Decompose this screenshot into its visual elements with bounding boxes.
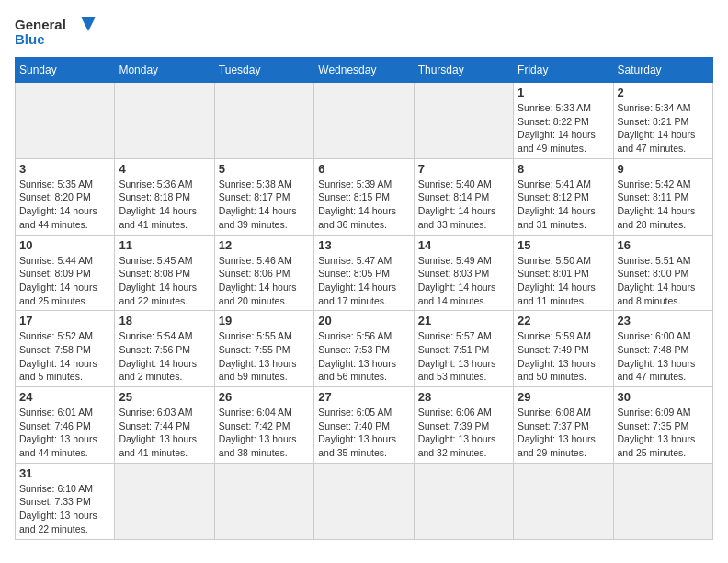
day-number: 9 xyxy=(618,162,709,176)
calendar-cell: 7Sunrise: 5:40 AM Sunset: 8:14 PM Daylig… xyxy=(414,158,513,235)
day-number: 21 xyxy=(418,314,509,327)
day-info: Sunrise: 6:06 AM Sunset: 7:39 PM Dayligh… xyxy=(418,406,509,460)
day-info: Sunrise: 5:34 AM Sunset: 8:21 PM Dayligh… xyxy=(618,101,709,155)
day-info: Sunrise: 5:52 AM Sunset: 7:58 PM Dayligh… xyxy=(19,329,110,384)
calendar-cell: 21Sunrise: 5:57 AM Sunset: 7:51 PM Dayli… xyxy=(414,311,513,387)
day-number: 7 xyxy=(418,162,509,176)
calendar-cell xyxy=(214,83,313,159)
day-info: Sunrise: 5:51 AM Sunset: 8:00 PM Dayligh… xyxy=(618,254,709,308)
calendar-cell: 10Sunrise: 5:44 AM Sunset: 8:09 PM Dayli… xyxy=(16,235,115,311)
calendar-cell: 20Sunrise: 5:56 AM Sunset: 7:53 PM Dayli… xyxy=(314,311,414,387)
calendar-cell: 8Sunrise: 5:41 AM Sunset: 8:12 PM Daylig… xyxy=(514,158,613,235)
day-number: 15 xyxy=(518,238,609,252)
day-info: Sunrise: 6:09 AM Sunset: 7:35 PM Dayligh… xyxy=(618,406,709,460)
calendar-cell xyxy=(613,463,712,539)
day-number: 17 xyxy=(19,314,110,327)
day-info: Sunrise: 6:05 AM Sunset: 7:40 PM Dayligh… xyxy=(318,406,409,460)
day-info: Sunrise: 6:10 AM Sunset: 7:33 PM Dayligh… xyxy=(19,482,110,536)
calendar-cell: 23Sunrise: 6:00 AM Sunset: 7:48 PM Dayli… xyxy=(613,311,712,387)
calendar-cell: 13Sunrise: 5:47 AM Sunset: 8:05 PM Dayli… xyxy=(314,235,414,311)
calendar-header-thursday: Thursday xyxy=(414,58,513,83)
day-info: Sunrise: 5:39 AM Sunset: 8:15 PM Dayligh… xyxy=(318,178,409,232)
calendar-cell xyxy=(115,463,214,539)
calendar-cell xyxy=(414,463,513,539)
calendar-cell: 29Sunrise: 6:08 AM Sunset: 7:37 PM Dayli… xyxy=(514,387,613,464)
day-info: Sunrise: 5:40 AM Sunset: 8:14 PM Dayligh… xyxy=(418,178,509,232)
page-header: GeneralBlue xyxy=(15,15,713,48)
day-number: 29 xyxy=(518,390,609,404)
calendar-cell xyxy=(514,463,613,539)
svg-text:Blue: Blue xyxy=(15,31,45,47)
calendar-header-row: SundayMondayTuesdayWednesdayThursdayFrid… xyxy=(16,58,713,83)
day-number: 26 xyxy=(219,390,310,404)
calendar-cell: 6Sunrise: 5:39 AM Sunset: 8:15 PM Daylig… xyxy=(314,158,414,235)
day-number: 30 xyxy=(618,390,709,404)
calendar-cell: 19Sunrise: 5:55 AM Sunset: 7:55 PM Dayli… xyxy=(214,311,313,387)
day-info: Sunrise: 5:41 AM Sunset: 8:12 PM Dayligh… xyxy=(518,178,609,232)
day-number: 20 xyxy=(318,314,409,327)
day-number: 14 xyxy=(418,238,509,252)
calendar-header-wednesday: Wednesday xyxy=(314,58,414,83)
calendar-cell: 24Sunrise: 6:01 AM Sunset: 7:46 PM Dayli… xyxy=(16,387,115,464)
calendar-cell: 16Sunrise: 5:51 AM Sunset: 8:00 PM Dayli… xyxy=(613,235,712,311)
day-info: Sunrise: 5:45 AM Sunset: 8:08 PM Dayligh… xyxy=(119,254,210,308)
day-number: 18 xyxy=(119,314,210,327)
calendar-cell: 4Sunrise: 5:36 AM Sunset: 8:18 PM Daylig… xyxy=(115,158,214,235)
calendar-cell xyxy=(16,83,115,159)
calendar-week-row: 24Sunrise: 6:01 AM Sunset: 7:46 PM Dayli… xyxy=(16,387,713,464)
day-number: 3 xyxy=(19,162,110,176)
day-info: Sunrise: 5:55 AM Sunset: 7:55 PM Dayligh… xyxy=(219,329,310,384)
day-number: 1 xyxy=(518,86,609,99)
day-info: Sunrise: 6:03 AM Sunset: 7:44 PM Dayligh… xyxy=(119,406,210,460)
calendar-cell: 11Sunrise: 5:45 AM Sunset: 8:08 PM Dayli… xyxy=(115,235,214,311)
calendar-week-row: 31Sunrise: 6:10 AM Sunset: 7:33 PM Dayli… xyxy=(16,463,713,539)
day-info: Sunrise: 5:47 AM Sunset: 8:05 PM Dayligh… xyxy=(318,254,409,308)
day-number: 28 xyxy=(418,390,509,404)
calendar-cell: 5Sunrise: 5:38 AM Sunset: 8:17 PM Daylig… xyxy=(214,158,313,235)
day-number: 4 xyxy=(119,162,210,176)
calendar-cell: 1Sunrise: 5:33 AM Sunset: 8:22 PM Daylig… xyxy=(514,83,613,159)
calendar-cell xyxy=(414,83,513,159)
day-info: Sunrise: 6:00 AM Sunset: 7:48 PM Dayligh… xyxy=(618,329,709,384)
day-info: Sunrise: 5:46 AM Sunset: 8:06 PM Dayligh… xyxy=(219,254,310,308)
calendar-cell: 12Sunrise: 5:46 AM Sunset: 8:06 PM Dayli… xyxy=(214,235,313,311)
calendar-week-row: 3Sunrise: 5:35 AM Sunset: 8:20 PM Daylig… xyxy=(16,158,713,235)
day-number: 6 xyxy=(318,162,409,176)
calendar-cell: 17Sunrise: 5:52 AM Sunset: 7:58 PM Dayli… xyxy=(16,311,115,387)
calendar-cell xyxy=(214,463,313,539)
day-info: Sunrise: 5:35 AM Sunset: 8:20 PM Dayligh… xyxy=(19,178,110,232)
calendar-cell: 28Sunrise: 6:06 AM Sunset: 7:39 PM Dayli… xyxy=(414,387,513,464)
day-number: 25 xyxy=(119,390,210,404)
day-info: Sunrise: 6:08 AM Sunset: 7:37 PM Dayligh… xyxy=(518,406,609,460)
day-number: 16 xyxy=(618,238,709,252)
calendar-cell: 30Sunrise: 6:09 AM Sunset: 7:35 PM Dayli… xyxy=(613,387,712,464)
day-info: Sunrise: 5:57 AM Sunset: 7:51 PM Dayligh… xyxy=(418,329,509,384)
day-info: Sunrise: 6:01 AM Sunset: 7:46 PM Dayligh… xyxy=(19,406,110,460)
day-number: 23 xyxy=(618,314,709,327)
calendar-cell: 22Sunrise: 5:59 AM Sunset: 7:49 PM Dayli… xyxy=(514,311,613,387)
calendar-cell: 26Sunrise: 6:04 AM Sunset: 7:42 PM Dayli… xyxy=(214,387,313,464)
calendar-header-sunday: Sunday xyxy=(16,58,115,83)
day-number: 2 xyxy=(618,86,709,99)
calendar-header-friday: Friday xyxy=(514,58,613,83)
day-info: Sunrise: 5:38 AM Sunset: 8:17 PM Dayligh… xyxy=(219,178,310,232)
day-number: 31 xyxy=(19,466,110,480)
calendar-week-row: 10Sunrise: 5:44 AM Sunset: 8:09 PM Dayli… xyxy=(16,235,713,311)
calendar-cell: 18Sunrise: 5:54 AM Sunset: 7:56 PM Dayli… xyxy=(115,311,214,387)
calendar-cell: 15Sunrise: 5:50 AM Sunset: 8:01 PM Dayli… xyxy=(514,235,613,311)
calendar-cell: 2Sunrise: 5:34 AM Sunset: 8:21 PM Daylig… xyxy=(613,83,712,159)
day-number: 12 xyxy=(219,238,310,252)
logo-svg: GeneralBlue xyxy=(15,15,97,48)
day-number: 19 xyxy=(219,314,310,327)
day-number: 24 xyxy=(19,390,110,404)
day-info: Sunrise: 5:56 AM Sunset: 7:53 PM Dayligh… xyxy=(318,329,409,384)
calendar-cell xyxy=(314,463,414,539)
day-info: Sunrise: 5:59 AM Sunset: 7:49 PM Dayligh… xyxy=(518,329,609,384)
calendar-week-row: 17Sunrise: 5:52 AM Sunset: 7:58 PM Dayli… xyxy=(16,311,713,387)
calendar-header-monday: Monday xyxy=(115,58,214,83)
day-info: Sunrise: 5:50 AM Sunset: 8:01 PM Dayligh… xyxy=(518,254,609,308)
day-number: 5 xyxy=(219,162,310,176)
day-info: Sunrise: 6:04 AM Sunset: 7:42 PM Dayligh… xyxy=(219,406,310,460)
day-number: 8 xyxy=(518,162,609,176)
calendar-cell: 9Sunrise: 5:42 AM Sunset: 8:11 PM Daylig… xyxy=(613,158,712,235)
